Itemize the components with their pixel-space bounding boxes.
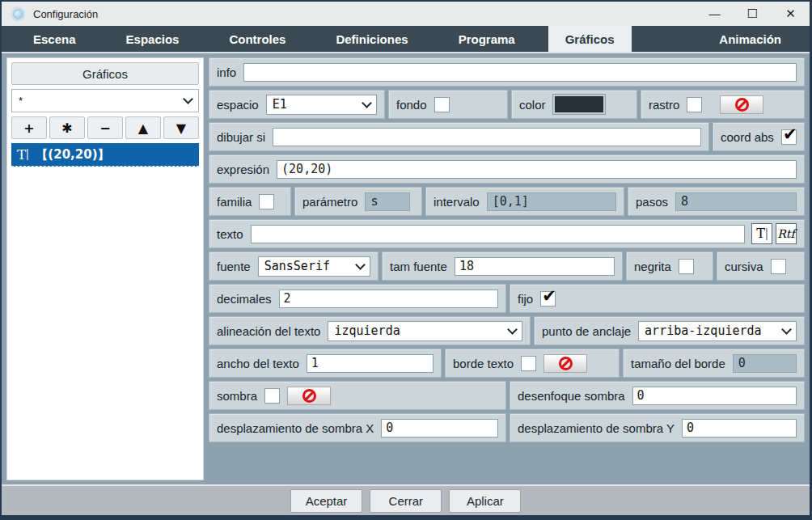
footer-bar: Aceptar Cerrar Aplicar (2, 484, 810, 515)
decimales-input[interactable] (279, 290, 498, 308)
ancho-texto-group: ancho del texto (209, 349, 442, 378)
dibujar-si-input[interactable] (273, 128, 701, 146)
borde-texto-color-button[interactable] (543, 354, 587, 373)
ancho-texto-label: ancho del texto (217, 357, 299, 370)
accept-button[interactable]: Aceptar (290, 489, 363, 513)
coord-abs-label: coord abs (721, 130, 774, 144)
graphics-filter-select[interactable]: * (11, 89, 199, 112)
parametro-field: s (365, 192, 410, 211)
fuente-label: fuente (217, 260, 251, 273)
espacio-value: E1 (273, 97, 287, 112)
tab-definiciones[interactable]: Definiciones (319, 26, 425, 52)
coord-abs-checkbox[interactable] (781, 129, 797, 145)
info-input[interactable] (243, 63, 797, 82)
expresion-input[interactable] (277, 160, 797, 179)
despl-y-label: desplazamiento de sombra Y (518, 421, 675, 435)
list-item-label: 【(20,20)】 (36, 147, 109, 163)
borde-texto-label: borde texto (453, 357, 514, 370)
remove-graphic-button[interactable]: − (87, 116, 123, 139)
tam-fuente-input[interactable] (455, 257, 615, 276)
texto-input[interactable] (251, 225, 745, 243)
rastro-color-button[interactable] (720, 95, 763, 114)
color-swatch[interactable] (553, 95, 605, 114)
chevron-down-icon (507, 324, 518, 335)
negrita-group: negrita (626, 252, 713, 281)
info-label: info (217, 66, 236, 79)
title-bar: Configuración — ☐ ✕ (2, 2, 810, 26)
apply-button[interactable]: Aplicar (449, 489, 521, 513)
tab-animacion[interactable]: Animación (702, 26, 798, 52)
dibujar-si-label: dibujar si (217, 130, 265, 144)
fijo-checkbox[interactable] (540, 291, 556, 307)
tamano-borde-label: tamaño del borde (631, 357, 725, 370)
tab-programa[interactable]: Programa (442, 26, 532, 52)
despl-y-group: desplazamiento de sombra Y (510, 413, 805, 442)
familia-checkbox[interactable] (259, 194, 274, 209)
alineacion-select[interactable]: izquierda (328, 321, 522, 341)
list-item-selected[interactable]: T 【(20,20)】 (11, 143, 199, 167)
dibujar-si-group: dibujar si (209, 122, 709, 151)
desenfoque-group: desenfoque sombra (510, 381, 805, 410)
despl-x-label: desplazamiento de sombra X (217, 421, 374, 435)
chevron-down-icon (183, 94, 193, 104)
tam-fuente-label: tam fuente (390, 260, 447, 273)
despl-y-input[interactable] (682, 419, 797, 438)
color-group: color (511, 90, 637, 119)
rtf-icon: Rtf (777, 227, 794, 240)
rtf-editor-button[interactable]: Rtf (776, 223, 797, 244)
maximize-button[interactable]: ☐ (734, 2, 772, 26)
sombra-checkbox[interactable] (264, 388, 280, 404)
duplicate-graphic-button[interactable]: ✱ (49, 116, 85, 139)
rastro-group: rastro (641, 90, 805, 119)
move-down-button[interactable]: ▼ (163, 116, 199, 139)
tab-bar: Escena Espacios Controles Definiciones P… (2, 26, 810, 52)
fuente-select[interactable]: SansSerif (258, 256, 370, 277)
anclaje-value: arriba-izquierda (645, 323, 762, 338)
tab-controles[interactable]: Controles (212, 26, 302, 52)
window-controls: — ☐ ✕ (696, 2, 810, 26)
window-title: Configuración (33, 8, 98, 20)
negrita-checkbox[interactable] (679, 259, 694, 274)
espacio-select[interactable]: E1 (266, 95, 377, 115)
borde-texto-group: borde texto (445, 349, 620, 378)
graphics-toolbar: + ✱ − ▲ ▼ (11, 116, 199, 139)
rastro-checkbox[interactable] (687, 97, 702, 112)
ancho-texto-input[interactable] (307, 354, 433, 373)
borde-texto-checkbox[interactable] (521, 356, 536, 371)
alineacion-group: alineación del texto izquierda (209, 316, 531, 345)
familia-group: familia (209, 187, 291, 216)
cursiva-checkbox[interactable] (771, 259, 786, 274)
anclaje-select[interactable]: arriba-izquierda (638, 321, 797, 341)
move-up-button[interactable]: ▲ (125, 116, 161, 139)
alineacion-label: alineación del texto (217, 324, 320, 338)
desenfoque-input[interactable] (632, 387, 797, 405)
fondo-group: fondo (388, 90, 508, 119)
tab-espacios[interactable]: Espacios (109, 26, 197, 52)
chevron-down-icon (362, 98, 372, 108)
close-window-button[interactable]: ✕ (772, 2, 810, 26)
tamano-borde-field: 0 (733, 354, 797, 373)
texto-group: texto T Rtf (209, 219, 805, 248)
graphics-filter-value: * (19, 95, 23, 107)
app-icon (11, 7, 25, 21)
chevron-down-icon (355, 260, 366, 270)
graphics-panel: Gráficos * + ✱ − ▲ ▼ T 【(20,20)】 (6, 57, 204, 480)
anclaje-label: punto de anclaje (542, 324, 631, 338)
tab-graficos[interactable]: Gráficos (548, 26, 632, 52)
add-graphic-button[interactable]: + (11, 116, 47, 139)
sombra-color-button[interactable] (287, 387, 331, 405)
despl-x-input[interactable] (381, 419, 498, 438)
color-label: color (519, 98, 546, 112)
cancel-button[interactable]: Cerrar (370, 489, 442, 513)
coord-abs-group: coord abs (713, 122, 805, 151)
tab-escena[interactable]: Escena (16, 26, 93, 52)
fondo-checkbox[interactable] (434, 97, 450, 112)
text-editor-button[interactable]: T (751, 223, 772, 244)
minimize-button[interactable]: — (696, 2, 734, 26)
fuente-value: SansSerif (264, 259, 330, 273)
decimales-label: decimales (217, 292, 272, 306)
decimales-group: decimales (209, 284, 506, 313)
anclaje-group: punto de anclaje arriba-izquierda (534, 316, 805, 345)
sombra-label: sombra (217, 389, 257, 403)
espacio-label: espacio (217, 98, 259, 112)
